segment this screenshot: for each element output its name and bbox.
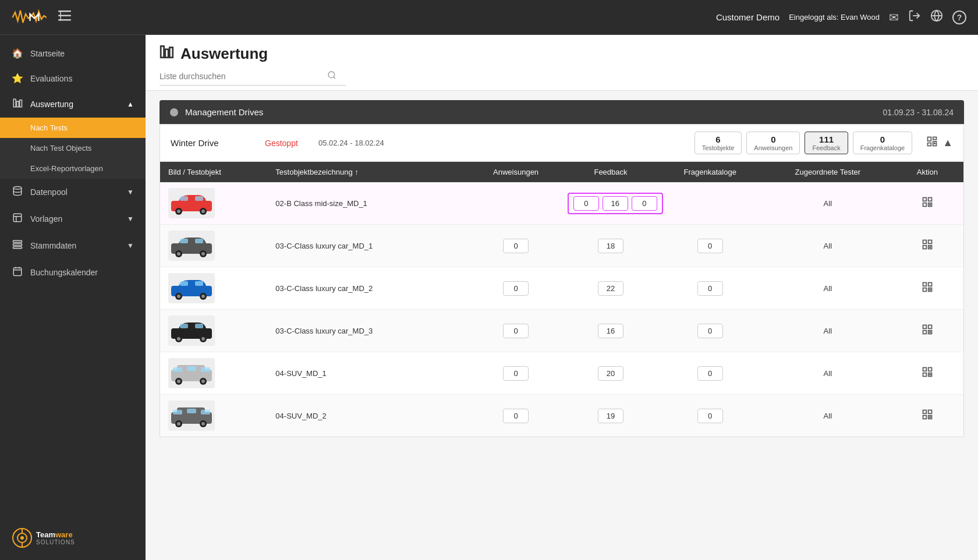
anweisungen-badge[interactable]: 0 [503, 281, 529, 296]
feedback-badge[interactable]: 20 [598, 366, 623, 381]
svg-rect-7 [13, 99, 16, 107]
badge-anweisungen[interactable]: 0 Anweisungen [746, 132, 800, 154]
test-object-name: 04-SUV_MD_1 [267, 352, 466, 395]
svg-point-43 [201, 210, 205, 213]
svg-point-56 [201, 252, 205, 256]
collapse-sidebar-button[interactable] [58, 10, 71, 24]
mail-icon[interactable]: ✉ [889, 10, 899, 24]
svg-point-10 [13, 187, 22, 190]
svg-rect-39 [195, 196, 203, 201]
fragenkataloge-cell: 0 [656, 352, 764, 395]
table-row: 03-C-Class luxury car_MD_20220All [160, 267, 963, 310]
fragenkataloge-badge[interactable]: 0 [632, 196, 657, 211]
svg-rect-47 [923, 203, 926, 206]
add-report-icon[interactable] [926, 136, 938, 150]
drive-section: Winter Drive Gestoppt 05.02.24 - 18.02.2… [160, 124, 964, 437]
chevron-up-icon: ▲ [127, 100, 134, 108]
sidebar-label-stammdaten: Stammdaten [30, 241, 120, 250]
car-image-cell [160, 182, 267, 225]
svg-point-29 [328, 72, 335, 78]
svg-point-23 [20, 536, 24, 540]
svg-rect-14 [13, 240, 22, 242]
svg-rect-11 [13, 214, 22, 222]
sidebar-item-nach-tests[interactable]: Nach Tests [0, 118, 146, 138]
svg-point-41 [177, 210, 180, 213]
anweisungen-badge[interactable]: 0 [503, 239, 529, 253]
fragenkataloge-badge[interactable]: 0 [697, 324, 723, 338]
anweisungen-badge[interactable]: 0 [503, 409, 529, 423]
highlighted-metrics-cell: 0 16 0 [466, 182, 764, 225]
add-report-row-icon[interactable] [922, 368, 933, 380]
star-icon: ⭐ [12, 73, 23, 84]
sidebar-item-evaluations[interactable]: ⭐ Evaluations [0, 66, 146, 91]
fragenkataloge-badge[interactable]: 0 [697, 281, 723, 296]
car-image-cell [160, 267, 267, 310]
svg-rect-93 [201, 367, 210, 372]
feedback-badge[interactable]: 18 [598, 239, 623, 253]
anweisungen-badge[interactable]: 0 [503, 366, 529, 381]
aktion-cell [891, 310, 963, 352]
group-status-dot [170, 108, 178, 116]
anweisungen-badge[interactable]: 0 [503, 324, 529, 338]
col-header-fragenkataloge: Fragenkataloge [656, 162, 764, 182]
sidebar-item-nach-test-objects[interactable]: Nach Test Objects [0, 138, 146, 158]
svg-rect-31 [928, 137, 931, 141]
car-image-cell [160, 395, 267, 437]
car-image [168, 400, 215, 431]
collapse-drive-icon[interactable]: ▲ [942, 137, 953, 149]
anweisungen-cell: 0 [466, 395, 566, 437]
anweisungen-badge[interactable]: 0 [573, 196, 599, 211]
svg-rect-84 [929, 325, 932, 328]
col-header-name[interactable]: Testobjektbezeichnung ↑ [267, 162, 466, 182]
sidebar-item-startseite[interactable]: 🏠 Startseite [0, 41, 146, 66]
sidebar-item-stammdaten[interactable]: Stammdaten ▼ [0, 232, 146, 259]
svg-rect-8 [17, 101, 19, 107]
feedback-badge[interactable]: 22 [598, 281, 623, 296]
chevron-down-icon-vorlagen: ▼ [127, 215, 134, 223]
svg-point-95 [177, 380, 180, 383]
add-report-row-icon[interactable] [922, 283, 933, 295]
sidebar-label-vorlagen: Vorlagen [30, 214, 120, 224]
help-icon[interactable]: ? [952, 10, 966, 24]
add-report-row-icon[interactable] [922, 199, 933, 210]
svg-rect-57 [923, 240, 926, 243]
badge-testobjekte[interactable]: 6 Testobjekte [694, 132, 742, 154]
feedback-badge[interactable]: 19 [598, 409, 623, 423]
badge-feedback[interactable]: 111 Feedback [805, 132, 848, 154]
tester-cell: All [764, 225, 891, 267]
svg-rect-51 [180, 239, 188, 243]
sidebar-item-datenpool[interactable]: Datenpool ▼ [0, 179, 146, 205]
badge-fragenkataloge[interactable]: 0 Fragenkataloge [853, 132, 912, 154]
add-report-row-icon[interactable] [922, 326, 933, 338]
globe-icon[interactable] [930, 9, 943, 25]
svg-rect-73 [923, 288, 926, 291]
sidebar-label-buchungskalender: Buchungskalender [30, 268, 134, 277]
sidebar-item-excel-reportvorlagen[interactable]: Excel-Reportvorlagen [0, 158, 146, 179]
feedback-cell: 20 [565, 352, 655, 395]
fragenkataloge-badge[interactable]: 0 [697, 366, 723, 381]
search-input[interactable] [160, 72, 323, 81]
sidebar-item-buchungskalender[interactable]: Buchungskalender [0, 259, 146, 286]
logo [12, 7, 47, 28]
logged-in-label: Eingeloggt als: Evan Wood [789, 13, 880, 22]
home-icon: 🏠 [12, 48, 23, 59]
calendar-icon [12, 266, 23, 279]
svg-rect-58 [929, 240, 932, 243]
feedback-badge[interactable]: 16 [598, 324, 623, 338]
svg-rect-113 [923, 410, 926, 413]
anweisungen-cell: 0 [466, 225, 566, 267]
svg-point-69 [201, 295, 205, 298]
add-report-row-icon[interactable] [922, 241, 933, 253]
feedback-badge[interactable]: 16 [603, 196, 628, 211]
topbar: Customer Demo Eingeloggt als: Evan Wood … [0, 0, 978, 35]
sidebar-item-auswertung[interactable]: Auswertung ▲ [0, 91, 146, 118]
fragenkataloge-badge[interactable]: 0 [697, 409, 723, 423]
add-report-row-icon[interactable] [922, 411, 933, 423]
sidebar-item-vorlagen[interactable]: Vorlagen ▼ [0, 205, 146, 232]
sidebar-label-auswertung: Auswertung [30, 100, 120, 109]
logout-icon[interactable] [908, 9, 921, 25]
tester-cell: All [764, 182, 891, 225]
chevron-down-icon-datenpool: ▼ [127, 188, 134, 196]
fragenkataloge-badge[interactable]: 0 [697, 239, 723, 253]
svg-line-30 [334, 77, 335, 79]
